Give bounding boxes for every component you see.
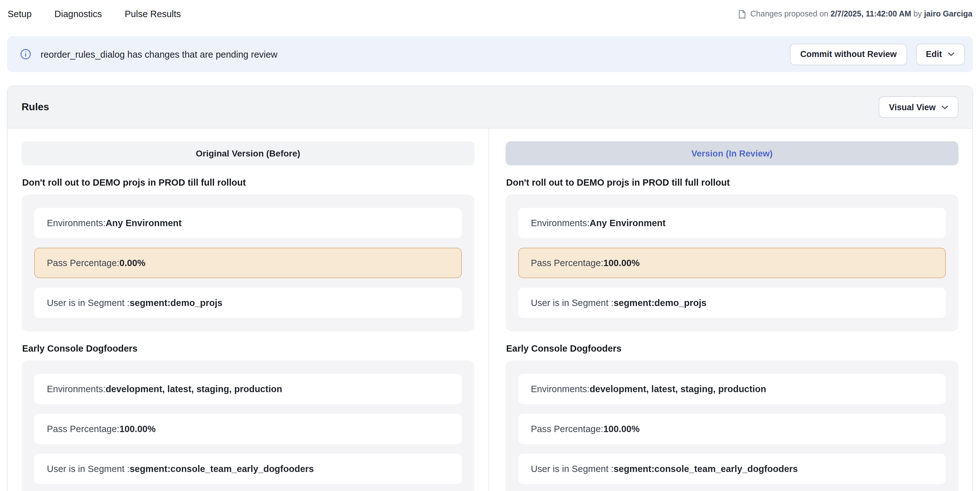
condition-label: Pass Percentage: — [531, 258, 603, 268]
condition-row: User is in Segment : segment:demo_projs — [34, 288, 462, 318]
condition-value: 0.00% — [119, 258, 145, 268]
edit-button[interactable]: Edit — [916, 43, 965, 65]
tab-diagnostics[interactable]: Diagnostics — [54, 9, 102, 19]
condition-row: User is in Segment : segment:console_tea… — [34, 454, 462, 484]
rule-conditions-card: Environments: development, latest, stagi… — [22, 360, 474, 491]
rule-conditions-card: Environments: development, latest, stagi… — [506, 360, 958, 491]
commit-without-review-button[interactable]: Commit without Review — [790, 43, 907, 65]
condition-row: Pass Percentage: 100.00% — [34, 414, 462, 444]
rules-panel-header: Rules Visual View — [8, 86, 972, 129]
condition-row: Pass Percentage: 100.00% — [518, 248, 946, 278]
tab-setup[interactable]: Setup — [8, 9, 32, 19]
proposed-date: 2/7/2025, 11:42:00 AM — [830, 10, 911, 18]
condition-label: Environments: — [47, 218, 105, 228]
pending-review-banner: reorder_rules_dialog has changes that ar… — [7, 36, 973, 72]
rule-group: Early Console Dogfooders Environments: d… — [22, 343, 474, 491]
rule-title: Don't roll out to DEMO projs in PROD til… — [506, 177, 958, 188]
condition-row: Environments: Any Environment — [518, 208, 946, 238]
changes-proposed-note: Changes proposed on 2/7/2025, 11:42:00 A… — [738, 9, 972, 19]
condition-value: segment:console_team_early_dogfooders — [130, 464, 314, 474]
condition-row: Pass Percentage: 100.00% — [518, 414, 946, 444]
condition-value: segment:demo_projs — [614, 298, 706, 308]
rule-group: Don't roll out to DEMO projs in PROD til… — [22, 177, 474, 332]
condition-label: User is in Segment : — [531, 298, 614, 308]
condition-value: Any Environment — [105, 218, 181, 228]
banner-message: reorder_rules_dialog has changes that ar… — [41, 49, 277, 59]
info-icon — [20, 49, 31, 59]
condition-value: development, latest, staging, production — [589, 384, 766, 394]
before-column: Original Version (Before) Don't roll out… — [8, 129, 489, 491]
panel-title: Rules — [22, 101, 49, 113]
tab-pulse-results[interactable]: Pulse Results — [125, 9, 181, 19]
rules-panel: Rules Visual View Original Version (Befo… — [7, 86, 973, 491]
chevron-down-icon — [941, 105, 948, 109]
rule-title: Don't roll out to DEMO projs in PROD til… — [22, 177, 474, 188]
page: Setup Diagnostics Pulse Results Changes … — [0, 0, 980, 491]
review-column: Version (In Review) Don't roll out to DE… — [489, 129, 972, 491]
condition-value: development, latest, staging, production — [105, 384, 282, 394]
condition-value: segment:demo_projs — [130, 298, 222, 308]
rule-title: Early Console Dogfooders — [506, 343, 958, 354]
condition-row: Environments: Any Environment — [34, 208, 462, 238]
top-nav: Setup Diagnostics Pulse Results Changes … — [0, 0, 980, 28]
rule-conditions-card: Environments: Any Environment Pass Perce… — [506, 194, 958, 332]
rule-title: Early Console Dogfooders — [22, 343, 474, 354]
condition-label: Pass Percentage: — [47, 424, 119, 434]
condition-label: User is in Segment : — [47, 298, 130, 308]
before-version-header: Original Version (Before) — [22, 141, 474, 165]
chevron-down-icon — [948, 52, 955, 56]
condition-label: Environments: — [47, 384, 105, 394]
condition-row: Pass Percentage: 0.00% — [34, 248, 462, 278]
condition-row: User is in Segment : segment:console_tea… — [518, 454, 946, 484]
changes-proposed-text: Changes proposed on 2/7/2025, 11:42:00 A… — [750, 10, 972, 18]
condition-label: Pass Percentage: — [47, 258, 119, 268]
condition-label: Pass Percentage: — [531, 424, 603, 434]
condition-value: 100.00% — [603, 424, 640, 434]
condition-row: Environments: development, latest, stagi… — [518, 374, 946, 404]
banner-message-area: reorder_rules_dialog has changes that ar… — [20, 49, 790, 59]
condition-row: Environments: development, latest, stagi… — [34, 374, 462, 404]
condition-label: Environments: — [531, 384, 589, 394]
nav-tabs: Setup Diagnostics Pulse Results — [8, 9, 181, 19]
visual-view-selector[interactable]: Visual View — [879, 96, 958, 118]
condition-value: Any Environment — [589, 218, 665, 228]
condition-label: User is in Segment : — [47, 464, 130, 474]
rules-comparison: Original Version (Before) Don't roll out… — [8, 129, 972, 491]
condition-label: User is in Segment : — [531, 464, 614, 474]
condition-row: User is in Segment : segment:demo_projs — [518, 288, 946, 318]
proposal-document-icon — [738, 9, 746, 19]
proposed-author: jairo Garciga — [924, 10, 972, 18]
rule-group: Early Console Dogfooders Environments: d… — [506, 343, 958, 491]
condition-value: segment:console_team_early_dogfooders — [614, 464, 798, 474]
rule-group: Don't roll out to DEMO projs in PROD til… — [506, 177, 958, 332]
condition-value: 100.00% — [603, 258, 640, 268]
condition-value: 100.00% — [119, 424, 156, 434]
condition-label: Environments: — [531, 218, 589, 228]
review-version-header: Version (In Review) — [506, 141, 958, 165]
flag-name: reorder_rules_dialog — [41, 49, 125, 59]
rule-conditions-card: Environments: Any Environment Pass Perce… — [22, 194, 474, 332]
